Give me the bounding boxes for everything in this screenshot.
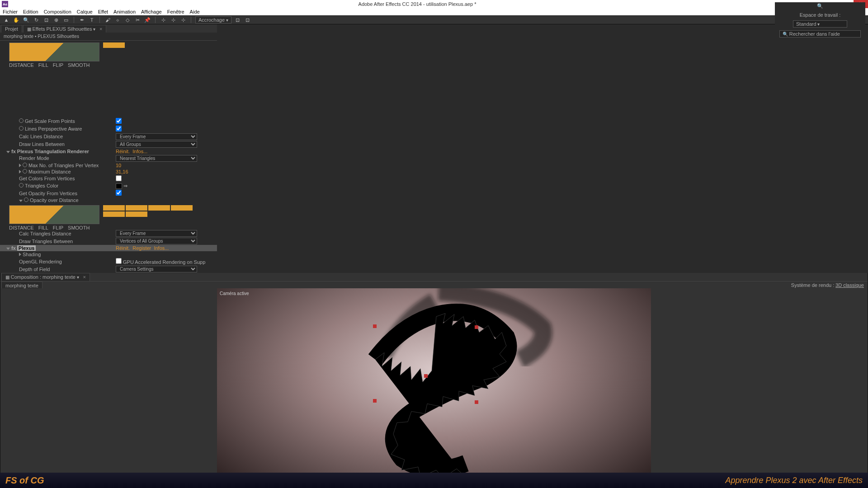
chk-gpu[interactable]: [116, 258, 122, 264]
val-max-dist[interactable]: 31,16: [116, 169, 128, 174]
fx-tri-renderer[interactable]: Plexus Triangulation Renderer: [17, 149, 89, 154]
menu-effet[interactable]: Effet: [98, 9, 108, 14]
sel-draw-tri[interactable]: Vertices of All Groups: [116, 238, 197, 244]
graph-presets-2[interactable]: [103, 205, 208, 228]
sel-render-mode[interactable]: Nearest Triangles: [116, 155, 197, 162]
anchor-point[interactable]: [373, 399, 377, 403]
titlebar: Ae Adobe After Effects CC 2014 - utilisa…: [0, 0, 868, 8]
anchor-point[interactable]: [475, 325, 478, 329]
menu-calque[interactable]: Calque: [77, 9, 93, 14]
composition-panel: ▦ Composition : morphing texte ▾ × morph…: [0, 273, 868, 488]
axis-view-icon[interactable]: ⊹: [179, 16, 187, 23]
clone-tool-icon[interactable]: ⟐: [114, 16, 121, 23]
link-infos2[interactable]: Infos...: [154, 245, 169, 251]
pen-tool-icon[interactable]: ✒: [78, 16, 85, 23]
val-max-tri[interactable]: 10: [116, 163, 121, 168]
link-register[interactable]: Register: [132, 245, 151, 251]
prop-tri-color[interactable]: Triangles Color: [25, 183, 58, 188]
menubar: Fichier Edition Composition Calque Effet…: [0, 8, 868, 15]
subtab-comp[interactable]: morphing texte: [1, 282, 42, 288]
tab-composition[interactable]: ▦ Composition : morphing texte ▾ ×: [1, 273, 90, 281]
help-search-input[interactable]: 🔍 Rechercher dans l'aide: [779, 30, 861, 38]
chk-get-colors[interactable]: [116, 175, 122, 181]
camera-tool-icon[interactable]: ⊡: [42, 16, 50, 23]
prop-opacity-dist[interactable]: Opacity over Distance: [30, 197, 79, 203]
prop-max-dist[interactable]: Maximum Distance: [28, 169, 71, 174]
anchor-point[interactable]: [424, 374, 428, 378]
graph-presets[interactable]: [103, 42, 126, 65]
app-logo-icon: Ae: [2, 1, 8, 7]
brush-tool-icon[interactable]: 🖌: [104, 16, 111, 23]
menu-animation[interactable]: Animation: [113, 9, 136, 14]
prop-lines-persp[interactable]: Lines Perpspective Aware: [25, 126, 82, 131]
chk-get-opacity[interactable]: [116, 190, 122, 196]
toolbar: ▲ ✋ 🔍 ↻ ⊡ ⊕ ▭ ✒ T 🖌 ⟐ ◇ ✂ 📌 ⊹ ⊹ ⊹ Accroc…: [0, 15, 868, 24]
prop-draw-tri[interactable]: Draw Triangles Between: [19, 239, 73, 244]
rotate-tool-icon[interactable]: ↻: [33, 16, 40, 23]
snap-dropdown[interactable]: Accrochage ▾: [195, 16, 231, 23]
menu-fichier[interactable]: Fichier: [3, 9, 18, 14]
snap-opt1-icon[interactable]: ⊡: [234, 16, 241, 23]
sel-draw-lines[interactable]: All Groups: [116, 141, 197, 148]
anchor-point[interactable]: [475, 400, 478, 404]
render-system-link[interactable]: 3D classique: [835, 282, 864, 288]
tri-color-swatch[interactable]: [116, 183, 122, 189]
prop-get-colors[interactable]: Get Colors From Vertices: [19, 176, 75, 181]
plexus-render: [276, 288, 592, 482]
fsofcg-logo: FS of CG: [5, 475, 44, 486]
prop-calc-tri[interactable]: Calc Triangles Distance: [19, 231, 71, 236]
composition-viewer[interactable]: Caméra active: [0, 288, 868, 488]
active-camera-label: Caméra active: [220, 291, 249, 296]
sel-calc-lines[interactable]: Every Frame: [116, 133, 197, 140]
tab-effets[interactable]: ▦ Effets PLEXUS Silhouettes ▾ ×: [23, 25, 107, 33]
menu-aide[interactable]: Aide: [190, 9, 200, 14]
prop-draw-lines[interactable]: Draw Lines Between: [19, 141, 65, 147]
prop-calc-lines[interactable]: Calc Lines Distance: [19, 134, 63, 139]
tutorial-title: Apprendre Plexus 2 avec After Effects: [726, 476, 863, 485]
prop-get-opacity[interactable]: Get Opacity From Vertices: [19, 191, 77, 196]
hand-tool-icon[interactable]: ✋: [13, 16, 20, 23]
link-infos[interactable]: Infos...: [132, 149, 147, 154]
sel-calc-tri[interactable]: Every Frame: [116, 230, 197, 237]
menu-edition[interactable]: Edition: [23, 9, 38, 14]
workspace-label: Espace de travail :: [800, 12, 841, 18]
opacity-graph-2[interactable]: [9, 205, 99, 224]
snap-opt2-icon[interactable]: ⊡: [244, 16, 251, 23]
shape-tool-icon[interactable]: ▭: [62, 16, 70, 23]
anchor-point[interactable]: [373, 324, 377, 328]
link-reinit2[interactable]: Réinit.: [116, 245, 130, 251]
roto-tool-icon[interactable]: ✂: [134, 16, 141, 23]
chk-lines-persp[interactable]: [116, 126, 122, 131]
chk-get-scale[interactable]: [116, 118, 122, 124]
zoom-tool-icon[interactable]: 🔍: [23, 16, 30, 23]
prop-shading[interactable]: Shading: [23, 252, 41, 257]
menu-affichage[interactable]: Affichage: [141, 9, 162, 14]
axis-local-icon[interactable]: ⊹: [160, 16, 167, 23]
prop-max-tri[interactable]: Max No. of Triangles Per Vertex: [28, 163, 99, 168]
window-title: Adobe After Effects CC 2014 - utilisatio…: [10, 1, 825, 7]
link-reinit[interactable]: Réinit.: [116, 149, 130, 154]
menu-composition[interactable]: Composition: [44, 9, 71, 14]
axis-world-icon[interactable]: ⊹: [170, 16, 177, 23]
eraser-tool-icon[interactable]: ◇: [124, 16, 131, 23]
prop-dof[interactable]: Depth of Field: [19, 267, 50, 272]
menu-fenetre[interactable]: Fenêtre: [167, 9, 184, 14]
prop-render-mode[interactable]: Render Mode: [19, 155, 49, 161]
tutorial-footer: FS of CG Apprendre Plexus 2 avec After E…: [0, 473, 868, 488]
search-help-icon[interactable]: 🔍: [816, 2, 824, 9]
opacity-graph[interactable]: [9, 42, 99, 61]
puppet-tool-icon[interactable]: 📌: [144, 16, 151, 23]
effects-breadcrumb: morphing texte • PLEXUS Silhouettes: [0, 33, 217, 41]
fx-plexus[interactable]: Plexus: [17, 245, 36, 251]
anchor-tool-icon[interactable]: ⊕: [52, 16, 60, 23]
tab-projet[interactable]: Projet: [1, 25, 22, 33]
prop-opengl[interactable]: OpenGL Rendering: [19, 259, 62, 264]
render-system-label: Système de rendu :: [791, 282, 834, 288]
text-tool-icon[interactable]: T: [88, 16, 95, 23]
workspace-dropdown[interactable]: Standard ▾: [793, 20, 847, 28]
effects-panel: Projet ▦ Effets PLEXUS Silhouettes ▾ × m…: [0, 24, 217, 273]
sel-dof[interactable]: Camera Settings: [116, 266, 197, 272]
selection-tool-icon[interactable]: ▲: [3, 16, 10, 23]
prop-get-scale[interactable]: Get Scale From Points: [25, 118, 75, 124]
